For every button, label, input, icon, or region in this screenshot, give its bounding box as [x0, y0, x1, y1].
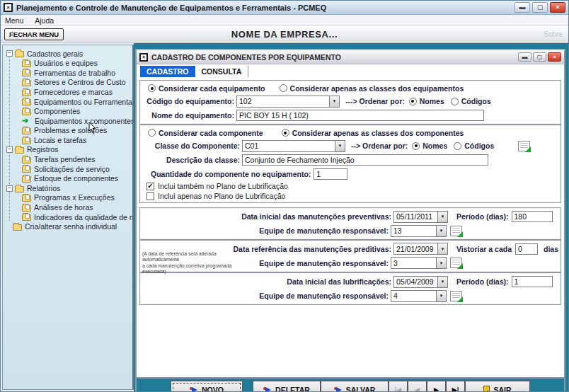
tree-item-relatorios[interactable]: Relatórios [3, 183, 132, 193]
form-body: Considerar cada equipamento Considerar a… [137, 79, 564, 379]
sobre-label[interactable]: Sobre [544, 30, 568, 38]
tree-item-componentes[interactable]: Componentes [3, 107, 132, 117]
child-window-title: CADASTRO DE COMPONENTES POR EQUIPAMENTO [151, 53, 341, 62]
child-minimize-icon[interactable]: ▬ [518, 52, 531, 62]
equipe-preventivas-value: 13 [391, 225, 436, 237]
form-icon: × [139, 53, 148, 62]
folder-icon [22, 109, 31, 115]
previous-record-button[interactable]: ◀ [408, 381, 427, 391]
radio-label: Considerar apenas as classes dos equipam… [290, 84, 464, 93]
equipe-preditivas-select[interactable]: 3 [391, 257, 447, 269]
radio-ordenar-nomes-componente[interactable] [412, 142, 420, 150]
collapse-icon[interactable] [6, 50, 13, 57]
data-preventivas-select[interactable]: 05/11/2011 [393, 211, 448, 223]
equipe-lubrificacoes-select[interactable]: 4 [391, 290, 447, 302]
tree-item-equipamentos-ou-ferramentas[interactable]: Equipamentos ou Ferramentas [3, 97, 132, 107]
tree-item-ferramentas-de-trabalho[interactable]: Ferramentas de trabalho [3, 68, 132, 78]
data-lubrificacoes-select[interactable]: 05/04/2009 [393, 276, 448, 288]
chevron-down-icon[interactable] [437, 211, 448, 223]
folder-icon [22, 214, 31, 221]
tree-item-estoque-de-componentes[interactable]: Estoque de componentes [3, 174, 132, 184]
sair-button[interactable]: SAIR [465, 381, 530, 391]
chevron-down-icon[interactable] [329, 96, 340, 108]
chevron-down-icon[interactable] [437, 243, 448, 255]
collapse-icon[interactable] [6, 185, 13, 192]
tree-item-cria-alterar-senha[interactable]: Cria/alterar senha individual [3, 222, 132, 232]
nome-equipamento-field[interactable]: PIC BOY 15 H ( 102) [236, 110, 484, 121]
new-record-icon [190, 386, 198, 391]
chevron-down-icon[interactable] [436, 290, 447, 302]
radio-ordenar-nomes-equipamento[interactable] [409, 98, 417, 105]
child-maximize-icon[interactable]: ▢ [533, 52, 546, 62]
codigo-equipamento-select[interactable]: 102 [236, 96, 340, 108]
chevron-down-icon[interactable] [436, 257, 447, 269]
equipe-lookup-icon[interactable] [450, 258, 462, 268]
menu-item-menu[interactable]: Menu [5, 16, 23, 25]
ordenar-por-label: --> Ordenar por: [351, 142, 408, 150]
tree-item-locais-e-tarefas[interactable]: Locais e tarefas [3, 135, 132, 145]
data-preditivas-select[interactable]: 21/01/2009 [393, 243, 448, 255]
classe-componente-select[interactable]: C01 [242, 140, 345, 152]
menu-item-ajuda[interactable]: Ajuda [35, 16, 54, 25]
tree-item-problemas-e-solucoes[interactable]: Problemas e soluções [3, 126, 132, 136]
selected-item-arrow-icon: ➔ [22, 117, 33, 125]
salvar-button[interactable]: SALVAR [321, 381, 389, 391]
equipe-preventivas-label: Equipe de manutenção responsável: [245, 226, 389, 235]
radio-considerar-cada-componente[interactable] [148, 129, 156, 137]
equipe-lookup-icon[interactable] [450, 226, 462, 236]
folder-icon [22, 70, 31, 76]
equipe-lookup-icon[interactable] [450, 291, 462, 301]
folder-icon [15, 147, 24, 154]
chevron-down-icon[interactable] [436, 225, 447, 237]
quantidade-label: Quantidade do componente no equipamento: [151, 170, 311, 178]
next-record-button[interactable]: ▶ [427, 381, 446, 391]
chevron-down-icon[interactable] [335, 140, 345, 152]
tree-item-setores-e-centros-de-custo[interactable]: Setores e Centros de Custo [3, 78, 132, 88]
close-icon[interactable]: × [550, 2, 565, 13]
radio-considerar-classes-equipamentos[interactable] [280, 84, 287, 92]
classe-componente-value: C01 [242, 140, 335, 152]
child-close-icon[interactable]: × [548, 52, 561, 62]
descricao-classe-label: Descrição da classe: [142, 156, 240, 164]
radio-ordenar-codigos-equipamento[interactable] [451, 98, 459, 105]
equipe-preventivas-select[interactable]: 13 [391, 225, 447, 237]
tree-item-cadastros-gerais[interactable]: Cadastros gerais [3, 49, 132, 59]
descricao-classe-field[interactable]: Conjunto de Fechamento Injeção [242, 154, 488, 166]
save-record-icon [334, 386, 343, 391]
radio-ordenar-codigos-componente[interactable] [454, 142, 461, 150]
collapse-icon[interactable] [6, 146, 13, 153]
tree-item-indicadores-da-qualidade[interactable]: Indicadores da qualidade de manut [3, 212, 132, 222]
tree-item-fornecedores-e-marcas[interactable]: Fornecedores e marcas [3, 87, 132, 97]
tree-item-programas-x-execucoes[interactable]: Programas x Execuções [3, 193, 132, 203]
tree-item-tarefas-pendentes[interactable]: Tarefas pendentes [3, 155, 132, 165]
periodo-lubrificacoes-field[interactable]: 1 [512, 276, 553, 287]
quantidade-field[interactable]: 1 [314, 168, 347, 180]
tree-item-equipamentos-x-componentes[interactable]: ➔ Equipamentos x componentes [3, 116, 132, 126]
tree-item-registros[interactable]: Registros [3, 145, 132, 155]
first-record-button[interactable]: |◀ [389, 381, 408, 391]
radio-considerar-classes-componentes[interactable] [282, 129, 289, 137]
tree-item-solicitacoes-de-servico[interactable]: Solicitações de serviço [3, 164, 132, 174]
chevron-down-icon[interactable] [437, 276, 448, 288]
minimize-icon[interactable]: ▬ [515, 2, 530, 13]
fechar-menu-button[interactable]: FECHAR MENU [4, 28, 64, 40]
classe-lookup-icon[interactable] [518, 141, 530, 151]
checkbox-inclui-apenas[interactable] [146, 192, 154, 200]
checkbox-inclui-tambem[interactable] [146, 183, 154, 190]
deletar-button[interactable]: DELETAR [253, 381, 321, 391]
radio-considerar-cada-equipamento[interactable] [148, 84, 156, 92]
tree-item-label: Locais e tarefas [34, 137, 86, 144]
tree-item-label: Cria/alterar senha individual [25, 223, 117, 231]
tree-item-analises-de-horas[interactable]: Análises de horas [3, 203, 132, 213]
tab-consulta[interactable]: CONSULTA [195, 66, 249, 78]
tree-item-usuarios-e-equipes[interactable]: Usuários e equipes [3, 59, 132, 69]
novo-button[interactable]: NOVO [171, 381, 243, 391]
periodo-preventivas-field[interactable]: 180 [512, 211, 553, 222]
main-window: × Planejamento e Controle de Manutenção … [0, 0, 569, 392]
tab-cadastro[interactable]: CADASTRO [140, 66, 195, 78]
tree-item-label: Estoque de componentes [34, 175, 118, 183]
vistoriar-field[interactable]: 0 [515, 243, 538, 255]
mdi-area: × CADASTRO DE COMPONENTES POR EQUIPAMENT… [134, 43, 568, 391]
maximize-icon[interactable]: ▢ [532, 2, 548, 13]
last-record-button[interactable]: ▶| [446, 381, 465, 391]
